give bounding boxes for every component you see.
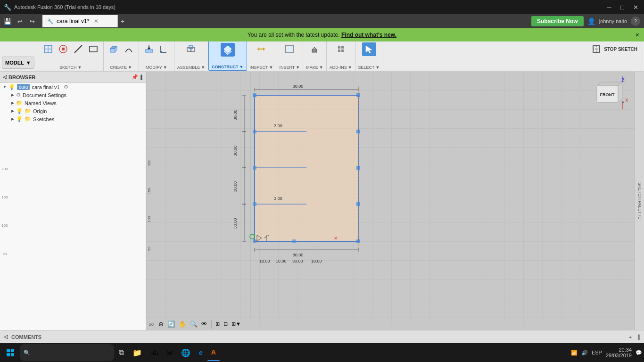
addins-label[interactable]: ADD-INS ▼ bbox=[330, 65, 352, 70]
svg-rect-33 bbox=[11, 349, 14, 352]
make-label[interactable]: MAKE ▼ bbox=[306, 65, 323, 70]
qa-redo-button[interactable]: ↪ bbox=[26, 16, 38, 27]
inspect-label[interactable]: INSPECT ▼ bbox=[250, 65, 273, 70]
file-settings-icon[interactable]: ⚙ bbox=[64, 84, 68, 90]
grid-display-button[interactable]: ⊞ bbox=[215, 320, 221, 328]
zoom-window-button[interactable]: 🔍 bbox=[189, 320, 198, 329]
network-icon[interactable]: 📶 bbox=[571, 350, 578, 356]
make-chevron-icon: ▼ bbox=[319, 65, 323, 70]
handle-bl bbox=[253, 239, 256, 243]
user-icon: 👤 bbox=[587, 17, 595, 25]
qa-undo-button[interactable]: ↩ bbox=[14, 16, 25, 27]
svg-rect-29 bbox=[593, 46, 600, 52]
addins-items bbox=[334, 42, 348, 56]
sketch-palette-panel[interactable]: SKETCH PALETTE bbox=[635, 72, 644, 330]
header-right: Subscribe Now 👤 johnny naito ? bbox=[531, 16, 640, 26]
taskbar-store-button[interactable]: 🛍 bbox=[147, 344, 162, 361]
modify-fillet-button[interactable] bbox=[157, 42, 171, 56]
taskbar-taskview-button[interactable]: ⧉ bbox=[115, 344, 128, 361]
construct-label[interactable]: CONSTRUCT ▼ bbox=[212, 65, 243, 69]
browser-title: BROWSER bbox=[8, 74, 35, 80]
browser-item-origin[interactable]: ▶ 💡 📁 Origin bbox=[0, 107, 146, 115]
datetime-area: 20:34 29/03/2019 bbox=[606, 347, 632, 358]
ribbon-group-stop-sketch: STOP SKETCH . bbox=[586, 41, 642, 71]
autodesk-icon: A bbox=[211, 348, 216, 356]
construct-offset-plane-button[interactable] bbox=[221, 43, 235, 57]
orbit-button[interactable]: 🔄 bbox=[166, 320, 176, 329]
look-at-button[interactable]: 👁 bbox=[200, 320, 208, 329]
taskbar-mail-button[interactable]: ✉ bbox=[163, 344, 176, 361]
close-button[interactable]: ✕ bbox=[631, 2, 640, 12]
svg-marker-28 bbox=[366, 46, 372, 53]
browser-expand-icon[interactable]: ‖ bbox=[140, 74, 143, 80]
named-views-arrow: ▶ bbox=[11, 101, 14, 105]
make-3dprint-button[interactable] bbox=[307, 42, 322, 56]
sketch-rect-button[interactable] bbox=[86, 42, 100, 56]
new-tab-button[interactable]: + bbox=[118, 17, 127, 25]
zoom-fit-button[interactable]: ⊕ bbox=[157, 320, 165, 329]
start-button[interactable] bbox=[2, 344, 19, 361]
browser-item-named-views[interactable]: ▶ 📁 Named Views bbox=[0, 99, 146, 107]
notification-link[interactable]: Find out what's new. bbox=[341, 32, 396, 38]
taskbar-edge-button[interactable]: e bbox=[195, 344, 206, 361]
tab-close-button[interactable]: ✕ bbox=[94, 18, 99, 25]
language-indicator[interactable]: ESP bbox=[592, 350, 602, 355]
x-mark: ✕ bbox=[334, 236, 338, 241]
addins-button[interactable] bbox=[334, 42, 348, 56]
insert-label[interactable]: INSERT ▼ bbox=[279, 65, 300, 70]
inspect-measure-button[interactable] bbox=[254, 42, 268, 56]
volume-icon[interactable]: 🔊 bbox=[581, 350, 588, 356]
canvas-bottom-toolbar: 50 ⊕ 🔄 ✋ 🔍 👁 ⊞ ⊟ ⊞▼ bbox=[146, 318, 635, 330]
comments-label: COMMENTS bbox=[11, 334, 41, 340]
modify-press-pull-button[interactable] bbox=[142, 42, 156, 56]
origin-folder-icon: 📁 bbox=[25, 108, 31, 114]
model-dropdown[interactable]: MODEL ▼ bbox=[2, 57, 34, 69]
circle-tool-icon bbox=[250, 234, 255, 239]
browser-header: ◁ BROWSER 📌 ‖ bbox=[0, 72, 146, 83]
taskbar-chrome-button[interactable]: 🌐 bbox=[177, 344, 194, 361]
comments-add-icon[interactable]: + bbox=[629, 334, 632, 340]
taskbar-explorer-button[interactable]: 📁 bbox=[129, 344, 146, 361]
notification-icon[interactable]: 💬 bbox=[636, 350, 642, 356]
create-label[interactable]: CREATE ▼ bbox=[110, 65, 132, 70]
help-button[interactable]: ? bbox=[631, 16, 640, 26]
browser-item-file[interactable]: ▼ 💡 cara cara final v1 ⚙ bbox=[0, 83, 146, 91]
select-button[interactable] bbox=[362, 42, 376, 56]
select-label[interactable]: SELECT ▼ bbox=[358, 65, 380, 70]
sketch-stop-button[interactable] bbox=[56, 42, 70, 56]
browser-pin-icon[interactable]: 📌 bbox=[132, 74, 138, 80]
sketch-label[interactable]: SKETCH ▼ bbox=[59, 65, 82, 70]
browser-collapse-icon[interactable]: ◁ bbox=[3, 74, 7, 80]
notification-bar: You are all set with the latest update. … bbox=[0, 28, 644, 41]
visual-style-button[interactable]: ⊟ bbox=[223, 320, 229, 328]
view-cube[interactable]: Z X FRONT bbox=[592, 76, 630, 114]
pan-button[interactable]: ✋ bbox=[178, 320, 187, 329]
main-tab[interactable]: 🔧 cara final v1* ✕ bbox=[42, 15, 118, 27]
stop-sketch-button[interactable]: STOP SKETCH bbox=[589, 42, 639, 56]
comments-expand-icon[interactable]: ◁ bbox=[4, 334, 8, 340]
insert-canvas-button[interactable] bbox=[282, 42, 297, 56]
assemble-label[interactable]: ASSEMBLE ▼ bbox=[177, 65, 205, 70]
stop-sketch-items: STOP SKETCH bbox=[589, 42, 639, 56]
subscribe-button[interactable]: Subscribe Now bbox=[531, 16, 584, 26]
notification-close-button[interactable]: × bbox=[636, 31, 639, 39]
canvas-ruler-100: 100 bbox=[147, 216, 151, 222]
create-revolve-button[interactable] bbox=[122, 42, 136, 56]
display-settings-button[interactable]: ⊞▼ bbox=[231, 320, 242, 328]
browser-item-doc-settings[interactable]: ▶ ⚙ Document Settings bbox=[0, 91, 146, 99]
stop-sketch-icon bbox=[58, 43, 69, 55]
taskbar-search-button[interactable]: 🔍 bbox=[20, 344, 114, 361]
qa-save-button[interactable]: 💾 bbox=[2, 16, 13, 27]
canvas-area[interactable]: 200 150 100 50 80.00 80.00 30.00 bbox=[146, 72, 635, 330]
sketch-create-2d-button[interactable] bbox=[41, 42, 55, 56]
taskbar-autodesk-button[interactable]: A bbox=[207, 344, 220, 361]
cube-face-top bbox=[597, 82, 623, 86]
sketch-line-button[interactable] bbox=[71, 42, 85, 56]
comments-pin-icon[interactable]: ‖ bbox=[637, 334, 640, 340]
minimize-button[interactable]: ─ bbox=[604, 2, 614, 12]
assemble-new-component-button[interactable] bbox=[184, 42, 198, 56]
browser-item-sketches[interactable]: ▶ 💡 📁 Sketches bbox=[0, 115, 146, 123]
modify-label[interactable]: MODIFY ▼ bbox=[146, 65, 167, 70]
maximize-button[interactable]: □ bbox=[618, 2, 627, 12]
create-extrude-button[interactable] bbox=[107, 42, 121, 56]
